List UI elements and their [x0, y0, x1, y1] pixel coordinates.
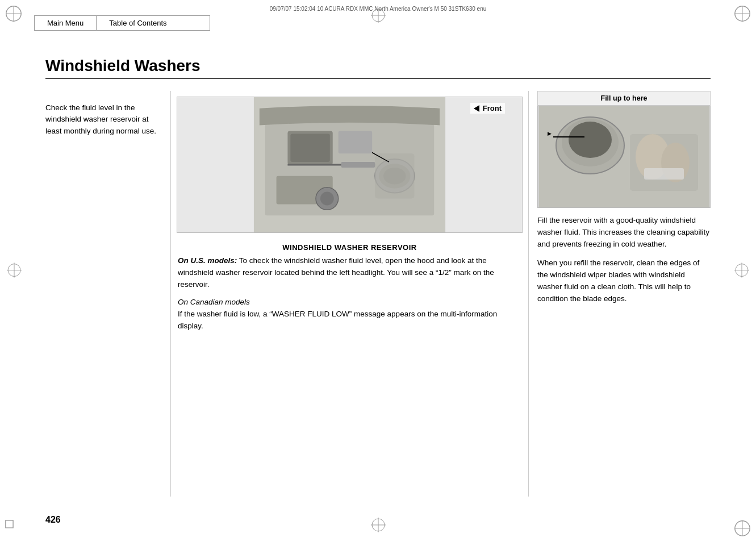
us-models-label: On U.S. models:: [178, 256, 237, 265]
page-wrapper: 09/07/07 15:02:04 10 ACURA RDX MMC North…: [0, 0, 756, 542]
canadian-label: On Canadian models: [178, 298, 250, 306]
right-column: Fill up to here ▶: [529, 91, 711, 497]
corner-mark-tr: [733, 5, 751, 23]
page-title: Windshield Washers: [45, 57, 711, 79]
right-paragraph1: Fill the reservoir with a good-quality w…: [537, 215, 711, 251]
diagram-caption: WINDSHIELD WASHER RESERVOIR: [171, 239, 528, 255]
header-meta: 09/07/07 15:02:04 10 ACURA RDX MMC North…: [34, 6, 722, 12]
engine-svg: [177, 97, 522, 232]
svg-rect-29: [375, 153, 414, 198]
middle-text: On U.S. models: To check the windshield …: [171, 255, 528, 338]
fill-photo-svg: ▶: [539, 106, 709, 208]
fill-photo: ▶: [537, 106, 711, 208]
front-arrow-icon: [474, 105, 479, 112]
left-column: Check the fluid level in the windshield …: [45, 91, 170, 497]
page-number: 426: [45, 515, 61, 525]
svg-point-40: [569, 122, 612, 158]
right-text: Fill the reservoir with a good-quality w…: [537, 215, 711, 311]
content-area: Check the fluid level in the windshield …: [45, 91, 711, 497]
svg-rect-32: [339, 131, 373, 154]
corner-mark-br: [733, 519, 751, 537]
front-label-text: Front: [483, 104, 502, 112]
svg-rect-6: [6, 520, 13, 528]
header: 09/07/07 15:02:04 10 ACURA RDX MMC North…: [34, 6, 722, 31]
left-column-text: Check the fluid level in the windshield …: [45, 102, 159, 137]
fill-up-label: Fill up to here: [537, 91, 711, 106]
right-center-mark: [733, 262, 750, 281]
corner-mark-tl: [5, 5, 23, 23]
front-label: Front: [470, 103, 505, 114]
svg-rect-46: [644, 168, 684, 180]
nav-buttons: Main Menu Table of Contents: [34, 15, 210, 31]
svg-text:▶: ▶: [548, 131, 552, 136]
corner-mark-bl: [5, 519, 23, 537]
page-title-section: Windshield Washers: [45, 57, 711, 79]
engine-diagram: Front: [177, 97, 523, 233]
main-menu-button[interactable]: Main Menu: [35, 16, 97, 30]
toc-button[interactable]: Table of Contents: [97, 16, 179, 30]
middle-column: Front WINDSHIELD WASHER RESERVOIR On U.S…: [170, 91, 529, 497]
svg-point-34: [320, 192, 334, 206]
us-models-paragraph: On U.S. models: To check the windshield …: [178, 255, 521, 291]
canadian-text: If the washer fluid is low, a “WASHER FL…: [178, 310, 497, 330]
bottom-center-mark: [370, 516, 387, 535]
right-paragraph2: When you refill the reservoir, clean the…: [537, 257, 711, 305]
left-center-mark: [6, 262, 23, 281]
svg-rect-25: [290, 134, 329, 162]
canadian-models-paragraph: On Canadian models If the washer fluid i…: [178, 297, 521, 332]
svg-rect-36: [341, 162, 375, 168]
